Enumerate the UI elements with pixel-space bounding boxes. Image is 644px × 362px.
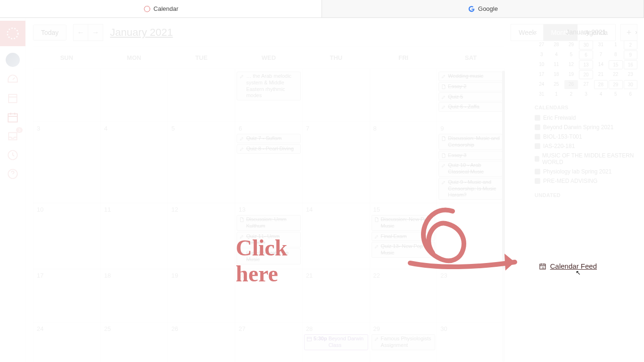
mini-day[interactable]: 8 xyxy=(609,50,622,59)
mini-day[interactable]: 27 xyxy=(535,41,548,49)
calendar-day-cell[interactable] xyxy=(101,69,168,122)
mini-day[interactable]: 10 xyxy=(535,60,548,69)
calendar-event[interactable]: … the Arab melodic system & Middle Easte… xyxy=(237,72,301,100)
calendar-day-cell[interactable]: 26 xyxy=(168,322,235,362)
mini-day[interactable]: 7 xyxy=(594,50,608,59)
mini-day[interactable]: 14 xyxy=(594,60,608,69)
mini-day[interactable]: 28 xyxy=(549,41,563,49)
mini-day[interactable]: 3 xyxy=(579,90,593,98)
mini-day[interactable]: 4 xyxy=(594,90,608,98)
calendar-event[interactable]: Quiz 10 - Arab Classical Music xyxy=(438,161,503,177)
calendar-list-item[interactable]: Physiology lab Spring 2021 xyxy=(535,167,637,176)
mini-day[interactable]: 6 xyxy=(624,90,637,98)
mini-day[interactable]: 31 xyxy=(594,41,608,49)
calendar-day-cell[interactable]: Wedding musicEssay 2Quiz 5Quiz 6 - Zaffa xyxy=(437,69,504,122)
calendar-day-cell[interactable]: 22 xyxy=(370,269,438,322)
calendar-day-cell[interactable]: 23 xyxy=(437,269,504,322)
mini-day[interactable]: 30 xyxy=(579,41,593,49)
calendar-event[interactable]: Quiz 11- Umm Kulthum xyxy=(237,232,301,248)
mini-day[interactable]: 4 xyxy=(549,50,563,59)
mini-day[interactable]: 26 xyxy=(564,80,578,89)
dashboard-icon[interactable] xyxy=(7,74,19,86)
calendar-event[interactable]: Quiz 5 xyxy=(438,92,503,102)
mini-day[interactable]: 9 xyxy=(624,50,637,59)
calendar-event[interactable]: Wedding music xyxy=(438,72,503,81)
history-icon[interactable] xyxy=(7,149,19,161)
calendar-day-cell[interactable] xyxy=(303,69,370,122)
mini-day[interactable]: 2 xyxy=(564,90,578,98)
calendar-day-cell[interactable]: 15Discussion: New Pop MusicFinal ExamQui… xyxy=(370,203,438,269)
help-icon[interactable] xyxy=(7,168,19,180)
calendar-day-cell[interactable]: 3 xyxy=(33,122,101,203)
mini-day[interactable]: 3 xyxy=(535,50,548,59)
calendar-event[interactable]: Quiz 9 - Music and Censorship: Is Music … xyxy=(438,178,503,200)
calendar-event[interactable]: Final Exam xyxy=(372,232,436,241)
canvas-logo[interactable] xyxy=(0,21,25,46)
calendar-event[interactable]: Discussion: New Pop Music xyxy=(372,215,436,231)
mini-day[interactable]: 1 xyxy=(609,41,622,49)
calendar-list-item[interactable]: PRE-MED ADVISING xyxy=(535,176,637,186)
calendar-day-cell[interactable] xyxy=(370,69,438,122)
mini-prev-month[interactable]: ‹ xyxy=(535,28,537,36)
mini-day[interactable]: 6 xyxy=(579,50,593,59)
calendar-list-item[interactable]: MUSIC OF THE MIDDLE EASTERN WORLD xyxy=(535,151,637,167)
calendar-day-cell[interactable]: … the Arab melodic system & Middle Easte… xyxy=(235,69,303,122)
mini-day[interactable]: 19 xyxy=(564,70,578,79)
mini-day[interactable]: 16 xyxy=(624,60,637,69)
calendar-day-cell[interactable] xyxy=(168,69,235,122)
calendar-event[interactable]: Discussion: Umm Kulthum xyxy=(237,215,301,231)
calendar-day-cell[interactable]: 9Discussion: Music and CensorshipEssay 3… xyxy=(437,122,504,203)
calendar-list-item[interactable]: Beyond Darwin Spring 2021 xyxy=(535,123,637,132)
calendar-day-cell[interactable]: 5 xyxy=(168,122,235,203)
calendar-day-cell[interactable]: 16 xyxy=(437,203,504,269)
tab-google[interactable]: Google xyxy=(322,0,644,17)
mini-day[interactable]: 18 xyxy=(549,70,563,79)
calendar-day-cell[interactable]: 18 xyxy=(101,269,168,322)
mini-day[interactable]: 5 xyxy=(609,90,622,98)
calendar-nav-icon[interactable] xyxy=(7,111,19,123)
account-avatar[interactable] xyxy=(6,53,20,67)
prev-month-button[interactable]: ← xyxy=(73,24,88,41)
calendar-day-cell[interactable]: 11 xyxy=(101,203,168,269)
calendar-day-cell[interactable]: 20 xyxy=(235,269,303,322)
mini-day[interactable]: 29 xyxy=(609,80,622,89)
mini-next-month[interactable]: › xyxy=(635,28,637,36)
calendar-feed-link[interactable]: 31 Calendar Feed xyxy=(539,262,597,270)
calendar-day-cell[interactable]: 12 xyxy=(168,203,235,269)
mini-day[interactable]: 28 xyxy=(594,80,608,89)
calendar-day-cell[interactable]: 21 xyxy=(303,269,370,322)
today-button[interactable]: Today xyxy=(33,25,66,41)
calendar-day-cell[interactable]: 14 xyxy=(303,203,370,269)
mini-day[interactable]: 25 xyxy=(549,80,563,89)
calendar-event[interactable]: Famous Physiologists Assignment xyxy=(372,334,436,350)
mini-day[interactable]: 27 xyxy=(579,80,593,89)
calendar-event[interactable]: Quiz 12- Arab Pop Music xyxy=(237,248,301,264)
mini-day[interactable]: 20 xyxy=(579,70,593,79)
calendar-event[interactable]: Quiz 13- New Pop Music xyxy=(372,242,436,258)
mini-day[interactable]: 5 xyxy=(564,50,578,59)
calendar-scrollbar[interactable] xyxy=(502,71,505,362)
mini-day[interactable]: 13 xyxy=(579,60,593,69)
month-title[interactable]: January 2021 xyxy=(110,26,173,39)
calendar-event[interactable]: Quiz 8 - Pearl Diving xyxy=(237,144,301,154)
mini-day[interactable]: 30 xyxy=(624,80,637,89)
calendar-event[interactable]: Essay 2 xyxy=(438,82,503,91)
calendar-day-cell[interactable] xyxy=(33,69,101,122)
calendar-event[interactable]: Quiz 7 - Sufism xyxy=(237,134,301,143)
calendar-day-cell[interactable]: 17 xyxy=(33,269,101,322)
calendar-day-cell[interactable]: 10 xyxy=(33,203,101,269)
calendar-day-cell[interactable]: 285:30p Beyond Darwin Class xyxy=(303,322,370,362)
calendar-event[interactable]: 5:30p Beyond Darwin Class xyxy=(304,334,368,350)
courses-icon[interactable] xyxy=(7,92,19,105)
mini-day[interactable]: 22 xyxy=(609,70,622,79)
calendar-day-cell[interactable]: 25 xyxy=(101,322,168,362)
mini-day[interactable]: 12 xyxy=(564,60,578,69)
next-month-button[interactable]: → xyxy=(88,24,103,41)
calendar-day-cell[interactable]: 6Quiz 7 - SufismQuiz 8 - Pearl Diving xyxy=(235,122,303,203)
calendar-day-cell[interactable]: 19 xyxy=(168,269,235,322)
calendar-list-item[interactable]: Eric Freiwald xyxy=(535,113,637,123)
calendar-day-cell[interactable]: 30 xyxy=(437,322,504,362)
mini-day[interactable]: 11 xyxy=(549,60,563,69)
calendar-day-cell[interactable]: 4 xyxy=(101,122,168,203)
mini-day[interactable]: 1 xyxy=(549,90,563,98)
